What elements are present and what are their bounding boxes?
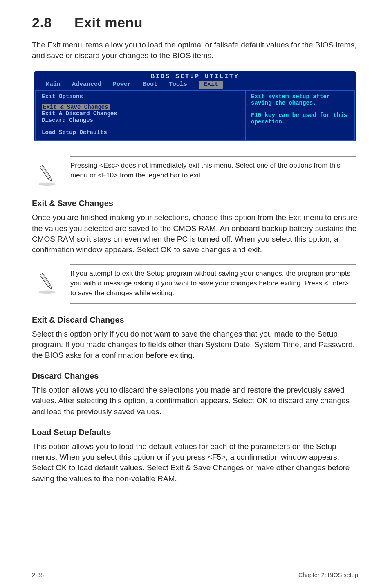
- bios-left-pane: Exit Options Exit & Save Changes Exit & …: [35, 90, 245, 141]
- bios-item-exit-discard[interactable]: Exit & Discard Changes: [42, 110, 240, 117]
- paragraph-exit-discard: Select this option only if you do not wa…: [32, 329, 358, 361]
- bios-item-exit-save[interactable]: Exit & Save Changes: [42, 104, 110, 110]
- paragraph-exit-save: Once you are finished making your select…: [32, 212, 358, 255]
- note-block-2: If you attempt to exit the Setup program…: [34, 264, 356, 303]
- footer-page-number: 2-38: [32, 572, 44, 578]
- heading-load-defaults: Load Setup Defaults: [32, 428, 358, 437]
- bios-panel: BIOS SETUP UTILITY Main Advanced Power B…: [34, 71, 356, 141]
- spacer: [42, 123, 240, 129]
- bios-help-line-2: F10 key can be used for this operation.: [251, 112, 349, 125]
- bios-item-load-defaults[interactable]: Load Setup Defaults: [42, 129, 240, 136]
- page-title: 2.8 Exit menu: [32, 15, 358, 31]
- bios-item-discard[interactable]: Discard Changes: [42, 117, 240, 123]
- section-number: 2.8: [32, 15, 70, 31]
- bios-tab-advanced[interactable]: Advanced: [72, 81, 113, 89]
- svg-rect-6: [40, 273, 50, 287]
- bios-tab-boot[interactable]: Boot: [143, 81, 169, 89]
- svg-point-0: [38, 183, 56, 186]
- section-title: Exit menu: [74, 15, 143, 30]
- flex-spacer: [32, 493, 358, 556]
- pencil-icon: [34, 162, 60, 187]
- bios-tabs: Main Advanced Power Boot Tools Exit: [34, 81, 356, 89]
- bios-help-line-1: Exit system setup after saving the chang…: [251, 93, 349, 106]
- note-block-1: Pressing <Esc> does not immediately exit…: [34, 156, 356, 187]
- bios-body: Exit Options Exit & Save Changes Exit & …: [34, 89, 356, 141]
- note-text-1: Pressing <Esc> does not immediately exit…: [70, 156, 356, 186]
- bios-tab-tools[interactable]: Tools: [169, 81, 199, 89]
- bios-tab-power[interactable]: Power: [113, 81, 143, 89]
- bios-right-pane: Exit system setup after saving the chang…: [245, 90, 355, 141]
- paragraph-discard: This option allows you to discard the se…: [32, 385, 358, 417]
- bios-tab-main[interactable]: Main: [46, 81, 72, 89]
- svg-point-5: [38, 291, 56, 294]
- heading-exit-discard: Exit & Discard Changes: [32, 315, 358, 325]
- svg-rect-1: [40, 165, 50, 179]
- page-footer: 2-38 Chapter 2: BIOS setup: [32, 568, 358, 578]
- bios-left-heading: Exit Options: [42, 93, 240, 100]
- footer-chapter: Chapter 2: BIOS setup: [298, 572, 358, 578]
- paragraph-load-defaults: This option allows you to load the defau…: [32, 441, 358, 484]
- heading-exit-save: Exit & Save Changes: [32, 199, 358, 208]
- bios-tab-exit[interactable]: Exit: [199, 81, 223, 89]
- bios-menubar: BIOS SETUP UTILITY Main Advanced Power B…: [34, 71, 356, 89]
- pencil-icon: [34, 270, 60, 295]
- bios-title: BIOS SETUP UTILITY: [34, 72, 356, 81]
- note-text-2: If you attempt to exit the Setup program…: [70, 264, 356, 303]
- page: 2.8 Exit menu The Exit menu items allow …: [0, 0, 390, 588]
- heading-discard: Discard Changes: [32, 371, 358, 381]
- intro-paragraph: The Exit menu items allow you to load th…: [32, 40, 358, 61]
- spacer: [251, 106, 349, 112]
